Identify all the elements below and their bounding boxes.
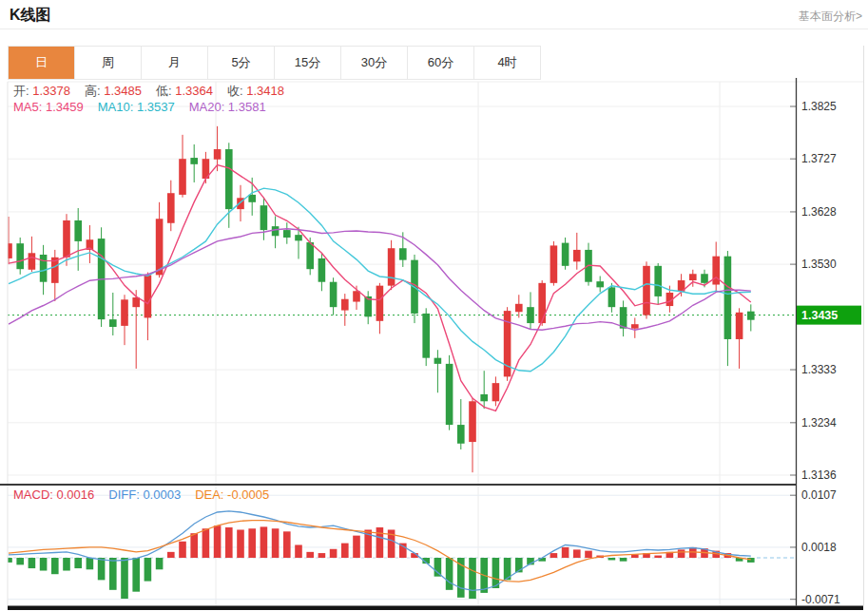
macd-bar [156, 558, 164, 569]
macd-bar [469, 558, 476, 599]
readout-label: MA20: [189, 100, 225, 114]
tab-60min[interactable]: 60分 [408, 47, 474, 79]
tab-month[interactable]: 月 [142, 47, 208, 79]
fundamental-analysis-link[interactable]: 基本面分析> [799, 9, 862, 25]
svg-text:1.3628: 1.3628 [801, 205, 837, 219]
candle [341, 299, 349, 311]
candle [376, 286, 384, 321]
ohlc-readout: 开: 1.3378高: 1.3485低: 1.3364收: 1.3418 [13, 83, 299, 100]
candle [399, 248, 407, 259]
candle [283, 230, 291, 238]
candle [562, 243, 569, 266]
readout-label: MA10: [98, 100, 134, 114]
current-price-tag: 1.3435 [797, 306, 861, 325]
readout-item: MA20: 1.3581 [189, 100, 266, 114]
macd-bar [608, 558, 616, 560]
macd-bar [272, 528, 280, 558]
candle [388, 248, 395, 285]
candle [736, 313, 743, 339]
candle [272, 226, 280, 236]
macd-bar [203, 528, 210, 558]
candle [457, 425, 465, 444]
candle [515, 304, 523, 312]
macd-histogram [5, 525, 754, 599]
macd-readout: MACD: 0.0016DIFF: 0.0003DEA: -0.0005 [13, 487, 283, 502]
tab-4hour[interactable]: 4时 [474, 47, 540, 79]
readout-item: MA5: 1.3459 [13, 100, 84, 114]
candle [712, 257, 720, 285]
macd-bar [167, 552, 175, 558]
macd-bar [353, 536, 360, 558]
readout-label: 开: [13, 84, 29, 98]
candle [132, 297, 140, 307]
macd-bar [145, 558, 152, 582]
macd-bar [51, 558, 59, 574]
bottom-bar [8, 606, 863, 611]
tab-day[interactable]: 日 [9, 47, 75, 79]
macd-bar [87, 558, 94, 569]
candle [434, 358, 442, 364]
readout-label: DIFF: [108, 487, 140, 502]
candle [156, 219, 164, 275]
period-tabbar: 日周月5分15分30分60分4时 [8, 46, 541, 80]
kline-widget: 1.38251.37271.36281.35301.33331.32341.31… [0, 0, 868, 611]
readout-label: MACD: [13, 487, 53, 502]
tab-30min[interactable]: 30分 [341, 47, 408, 79]
tab-15min[interactable]: 15分 [275, 47, 341, 79]
candle [631, 324, 639, 329]
readout-label: 高: [85, 84, 101, 98]
macd-bar [330, 549, 338, 558]
candle [689, 274, 697, 280]
readout-value: 0.0003 [140, 487, 181, 502]
candle [179, 159, 186, 195]
readout-item: 高: 1.3485 [85, 84, 142, 98]
macd-bar [98, 558, 106, 580]
candle [74, 220, 82, 241]
readout-value: 1.3537 [133, 100, 174, 114]
candle [248, 195, 256, 202]
candle [492, 383, 500, 401]
svg-text:1.3435: 1.3435 [801, 309, 838, 322]
tab-week[interactable]: 周 [75, 47, 142, 79]
readout-label: MA5: [13, 100, 42, 114]
candle [214, 149, 222, 160]
candle [446, 364, 453, 425]
candle [701, 274, 708, 283]
price-axis: 1.38251.37271.36281.35301.33331.32341.31… [790, 100, 837, 482]
macd-bar [283, 531, 291, 558]
tab-5min[interactable]: 5分 [208, 47, 275, 79]
candle [318, 258, 326, 282]
readout-label: 收: [227, 84, 243, 98]
candle [225, 149, 233, 209]
readout-value: 0.0016 [53, 487, 94, 502]
macd-bar [573, 549, 581, 558]
svg-text:1.3333: 1.3333 [801, 363, 837, 376]
readout-value: 1.3418 [243, 84, 284, 98]
macd-bar [678, 549, 685, 558]
macd-bar [654, 556, 662, 558]
candle [538, 283, 546, 323]
readout-value: -0.0005 [223, 487, 269, 502]
candle [190, 158, 198, 164]
candle [167, 193, 175, 223]
candle [353, 291, 360, 301]
svg-text:-0.0071: -0.0071 [801, 593, 840, 606]
svg-text:1.3136: 1.3136 [801, 468, 837, 482]
readout-item: 低: 1.3364 [156, 84, 213, 98]
readout-item: 收: 1.3418 [227, 84, 284, 98]
candle [109, 319, 117, 327]
readout-value: 1.3378 [29, 84, 70, 98]
candle [747, 312, 755, 320]
ma-readout: MA5: 1.3459MA10: 1.3537MA20: 1.3581 [13, 100, 280, 114]
candle [5, 243, 12, 258]
candle [330, 282, 338, 307]
macd-bar [562, 547, 569, 558]
svg-text:0.0107: 0.0107 [801, 488, 837, 502]
macd-bar [341, 544, 349, 558]
readout-value: 1.3459 [42, 100, 83, 114]
candle [260, 205, 268, 230]
candle [573, 250, 581, 261]
svg-text:1.3530: 1.3530 [801, 258, 837, 271]
candle [306, 242, 314, 269]
macd-bar [306, 552, 314, 558]
